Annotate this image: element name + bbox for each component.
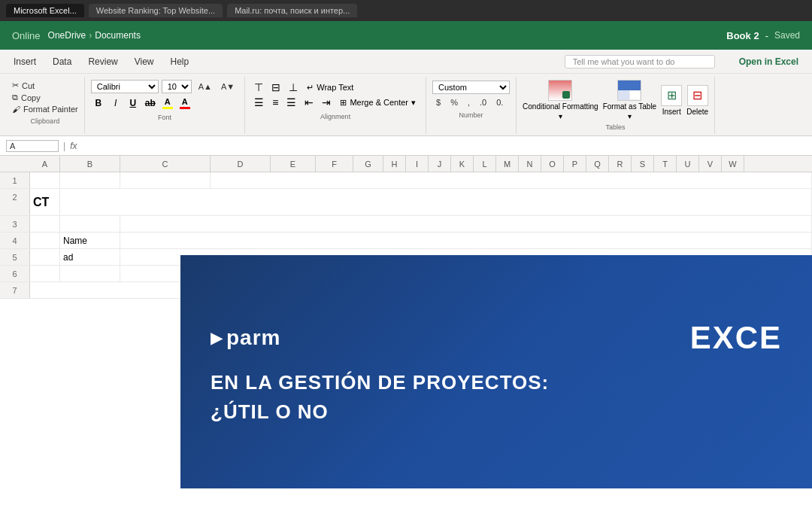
format-painter-button[interactable]: 🖌 Format Painter (11, 104, 80, 114)
align-left-button[interactable]: ☰ (251, 95, 267, 110)
font-group: Calibri 10 A▲ A▼ B I U ab A A Font (85, 77, 245, 134)
indent-increase-button[interactable]: ⇥ (319, 95, 334, 110)
menu-item-review[interactable]: Review (80, 53, 125, 70)
menu-item-insert[interactable]: Insert (6, 53, 44, 70)
menu-item-help[interactable]: Help (163, 53, 197, 70)
align-right-button[interactable]: ☰ (283, 95, 299, 110)
col-header-e[interactable]: E (271, 156, 316, 172)
name-box[interactable] (6, 140, 59, 152)
search-box[interactable]: Tell me what you want to do (565, 55, 715, 68)
align-center-button[interactable]: ≡ (269, 95, 281, 110)
banner-subtitle1: EN LA GESTIÓN DE PROYECTOS: (211, 371, 782, 394)
number-format-select[interactable]: Custom (432, 81, 510, 94)
col-header-u[interactable]: U (677, 156, 699, 172)
fill-color-letter: A (165, 97, 171, 106)
col-header-d[interactable]: D (211, 156, 271, 172)
italic-button[interactable]: I (108, 96, 123, 111)
fill-color-button[interactable]: A (160, 96, 175, 111)
col-header-g[interactable]: G (353, 156, 383, 172)
cell-a6[interactable] (30, 266, 60, 281)
decimal-increase-button[interactable]: .0 (476, 96, 490, 108)
comma-button[interactable]: , (464, 96, 474, 108)
browser-tab-mail[interactable]: Mail.ru: почта, поиск и интер... (227, 4, 357, 17)
decrease-font-button[interactable]: A▼ (217, 81, 238, 93)
spreadsheet-row-1: 1 (0, 172, 812, 189)
cell-rest-4[interactable] (120, 233, 812, 248)
insert-button[interactable]: ⊞ Insert (661, 85, 682, 116)
format-as-table-button[interactable]: Format as Table ▾ (603, 80, 657, 120)
align-middle-button[interactable]: ⊟ (268, 80, 283, 95)
overlay-banner: ▶ parm EXCE EN LA GESTIÓN DE PROYECTOS: … (180, 255, 812, 488)
increase-font-button[interactable]: A▲ (195, 81, 216, 93)
dollar-button[interactable]: $ (432, 96, 444, 108)
open-excel-button[interactable]: Open in Excel (732, 53, 806, 70)
col-header-h[interactable]: H (383, 156, 406, 172)
cell-b1[interactable] (60, 172, 120, 188)
col-header-r[interactable]: R (609, 156, 632, 172)
col-header-b[interactable]: B (60, 156, 120, 172)
number-label: Number (432, 110, 510, 119)
cell-rest-3[interactable] (120, 216, 812, 232)
col-header-p[interactable]: P (564, 156, 586, 172)
col-header-a[interactable]: A (30, 156, 60, 172)
menu-item-data[interactable]: Data (45, 53, 79, 70)
percent-button[interactable]: % (447, 96, 462, 108)
col-header-l[interactable]: L (474, 156, 496, 172)
cell-a4[interactable] (30, 233, 60, 248)
delete-button[interactable]: ⊟ Delete (686, 85, 708, 116)
cell-b6[interactable] (60, 266, 120, 281)
indent-decrease-button[interactable]: ⇤ (301, 95, 317, 110)
col-header-n[interactable]: N (519, 156, 541, 172)
font-color-button[interactable]: A (177, 96, 192, 111)
col-header-m[interactable]: M (496, 156, 519, 172)
row-num-5: 5 (0, 249, 30, 265)
col-header-o[interactable]: O (541, 156, 564, 172)
spreadsheet-row-3: 3 (0, 216, 812, 233)
font-family-select[interactable]: Calibri (91, 80, 159, 93)
clipboard-label: Clipboard (31, 116, 60, 125)
cell-a5[interactable] (30, 249, 60, 265)
decimal-decrease-button[interactable]: 0. (492, 96, 507, 108)
breadcrumb-part2[interactable]: Documents (95, 30, 141, 41)
col-header-q[interactable]: Q (586, 156, 609, 172)
formula-input[interactable] (81, 141, 806, 151)
col-header-j[interactable]: J (429, 156, 451, 172)
cell-b5[interactable]: ad (60, 249, 120, 265)
strikethrough-button[interactable]: ab (143, 96, 158, 111)
conditional-formatting-button[interactable]: Conditional Formatting ▾ (523, 80, 598, 120)
col-header-v[interactable]: V (699, 156, 722, 172)
browser-tab-excel[interactable]: Microsoft Excel... (6, 4, 84, 17)
col-header-w[interactable]: W (722, 156, 744, 172)
col-header-k[interactable]: K (451, 156, 474, 172)
cell-b3[interactable] (60, 216, 120, 232)
cell-b4[interactable]: Name (60, 233, 120, 248)
spreadsheet-body: 1 2 CT TITLE 3 4 Name 5 ad 6 Proj (0, 172, 812, 488)
wrap-text-button[interactable]: ↵ Wrap Text (303, 81, 357, 95)
col-header-i[interactable]: I (406, 156, 429, 172)
copy-button[interactable]: ⧉ Copy (11, 92, 80, 103)
col-header-s[interactable]: S (632, 156, 654, 172)
tables-icons: Conditional Formatting ▾ Format as Table… (523, 80, 708, 120)
cell-c1[interactable] (120, 172, 211, 188)
merge-center-button[interactable]: ⊞ Merge & Center ▾ (336, 96, 420, 110)
col-header-t[interactable]: T (654, 156, 677, 172)
col-header-f[interactable]: F (316, 156, 353, 172)
banner-logo-row: ▶ parm EXCE (211, 320, 782, 356)
cut-label: Cut (22, 81, 35, 90)
align-top-button[interactable]: ⊤ (251, 80, 266, 95)
col-header-c[interactable]: C (120, 156, 211, 172)
browser-tab-website[interactable]: Website Ranking: Top Website... (89, 4, 223, 17)
cell-rest-1[interactable] (211, 172, 812, 188)
cell-a2[interactable]: CT TITLE (30, 189, 60, 215)
cell-a1[interactable] (30, 172, 60, 188)
cut-button[interactable]: ✂ Cut (11, 80, 80, 91)
cell-rest-2[interactable] (60, 189, 812, 215)
underline-button[interactable]: U (126, 96, 141, 111)
breadcrumb-part1[interactable]: OneDrive (48, 30, 86, 41)
menu-item-view[interactable]: View (127, 53, 162, 70)
font-label: Font (91, 112, 238, 121)
font-size-select[interactable]: 10 (162, 80, 192, 93)
align-bottom-button[interactable]: ⊥ (286, 80, 301, 95)
bold-button[interactable]: B (91, 96, 106, 111)
cell-a3[interactable] (30, 216, 60, 232)
